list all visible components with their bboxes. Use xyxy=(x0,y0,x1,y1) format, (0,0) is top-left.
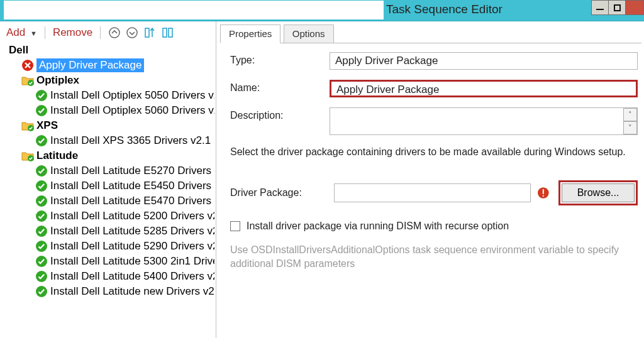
title-bar: Task Sequence Editor xyxy=(0,0,644,21)
type-field: Apply Driver Package xyxy=(330,52,638,70)
driver-package-field[interactable] xyxy=(334,183,531,202)
svg-point-0 xyxy=(109,28,119,38)
window-controls xyxy=(592,0,644,15)
tree-group[interactable]: Latitude xyxy=(21,148,214,163)
svg-rect-22 xyxy=(543,189,544,194)
tab-properties[interactable]: Properties xyxy=(220,25,280,43)
browse-button[interactable]: Browse... xyxy=(562,183,635,202)
name-label: Name: xyxy=(230,80,330,94)
svg-rect-3 xyxy=(163,28,167,37)
tree-item[interactable]: Install Dell Latitude 5285 Drivers v2.1 xyxy=(35,224,214,239)
add-label: Add xyxy=(6,26,25,38)
left-pane: Add ▼ Remove DellApply Driver P xyxy=(0,21,216,338)
scroll-down-icon[interactable]: ˅ xyxy=(623,121,637,134)
svg-rect-2 xyxy=(145,28,149,37)
driver-package-label: Driver Package: xyxy=(230,187,334,199)
expand-all-icon[interactable] xyxy=(108,26,121,39)
tree-item[interactable]: Install Dell XPS 3365 Drivers v2.1 xyxy=(35,133,214,148)
warning-icon xyxy=(537,187,550,199)
description-label: Description: xyxy=(230,107,330,121)
tree-group[interactable]: XPS xyxy=(21,118,214,133)
tree-item[interactable]: Install Dell Latitude 5400 Drivers v2.1 xyxy=(35,269,214,284)
tree-group[interactable]: Optiplex xyxy=(21,73,214,88)
add-button[interactable]: Add ▼ xyxy=(6,26,45,39)
remove-button[interactable]: Remove xyxy=(53,26,101,39)
description-scroll[interactable]: ˄ ˅ xyxy=(623,108,637,134)
description-field[interactable]: ˄ ˅ xyxy=(330,107,638,135)
scroll-up-icon[interactable]: ˄ xyxy=(623,108,637,121)
tree-selected-label: Apply Driver Package xyxy=(36,58,144,72)
minimize-button[interactable] xyxy=(591,0,609,15)
tree-item[interactable]: Install Dell Latitude new Drivers v2.1 xyxy=(35,284,214,299)
tree-item[interactable]: Install Dell Latitude 5290 Drivers v2.1 xyxy=(35,239,214,254)
move-up-icon[interactable] xyxy=(143,26,156,39)
tree-item[interactable]: Install Dell Latitude E5450 Drivers v2. xyxy=(35,178,214,194)
tree-selected-node[interactable]: Apply Driver Package xyxy=(21,58,214,73)
right-pane: Properties Options Type: Apply Driver Pa… xyxy=(216,21,644,338)
tree-root[interactable]: Dell xyxy=(9,43,214,58)
tree-item[interactable]: Install Dell Optiplex 5060 Drivers v2.1 xyxy=(35,103,214,118)
dism-checkbox[interactable] xyxy=(230,221,240,231)
dropdown-caret-icon: ▼ xyxy=(30,30,37,37)
move-down-icon[interactable] xyxy=(161,26,174,39)
tree-item[interactable]: Install Dell Latitude 5200 Drivers v2.1 xyxy=(35,209,214,224)
tab-bar: Properties Options xyxy=(220,24,641,43)
svg-rect-4 xyxy=(169,28,172,37)
title-whiteout xyxy=(4,1,384,19)
tree-item[interactable]: Install Dell Latitude 5300 2in1 Drivers xyxy=(35,254,214,269)
maximize-button[interactable] xyxy=(608,0,626,15)
task-sequence-tree[interactable]: DellApply Driver PackageOptiplexInstall … xyxy=(6,43,214,299)
tree-item[interactable]: Install Dell Latitude E5470 Drivers v2. xyxy=(35,194,214,209)
dism-checkbox-label: Install driver package via running DISM … xyxy=(247,221,509,232)
name-field[interactable]: Apply Driver Package xyxy=(330,80,638,97)
dism-hint: Use OSDInstallDriversAdditionalOptions t… xyxy=(230,243,638,270)
tree-item[interactable]: Install Dell Latitude E5270 Drivers v2. xyxy=(35,163,214,178)
close-button[interactable] xyxy=(625,0,644,15)
collapse-all-icon[interactable] xyxy=(126,26,138,39)
type-label: Type: xyxy=(230,52,330,66)
window-title: Task Sequence Editor xyxy=(386,3,502,16)
left-toolbar: Add ▼ Remove xyxy=(6,26,214,39)
svg-rect-23 xyxy=(543,195,544,197)
tab-options[interactable]: Options xyxy=(284,25,334,43)
svg-point-1 xyxy=(127,28,137,38)
tree-item[interactable]: Install Dell Optiplex 5050 Drivers v2.1 xyxy=(35,88,214,103)
info-text: Select the driver package containing dri… xyxy=(230,146,638,158)
description-textarea[interactable] xyxy=(330,108,623,134)
